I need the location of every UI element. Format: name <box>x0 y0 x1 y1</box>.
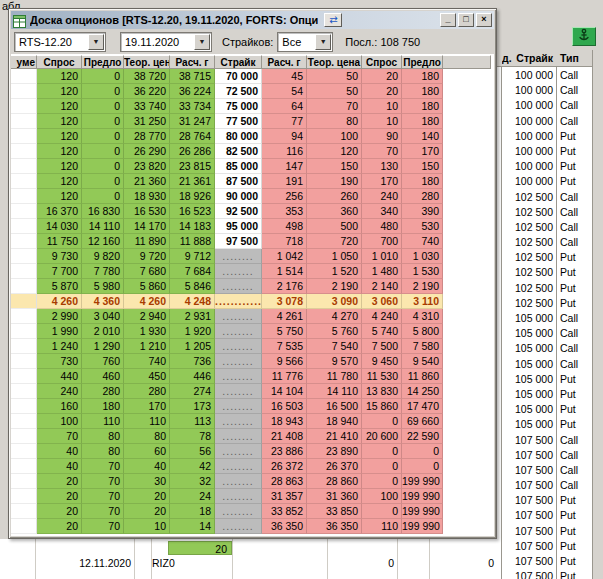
cell-ask[interactable]: 11 860 <box>402 369 443 384</box>
cell-ask[interactable]: 280 <box>82 384 124 399</box>
cell-theo-price[interactable]: 30 <box>124 474 170 489</box>
cell-bid[interactable]: 160 <box>37 399 82 414</box>
cell-calc-price[interactable]: 718 <box>262 234 307 249</box>
option-row[interactable]: 120031 25031 24777 500778010180 <box>11 114 491 129</box>
cell-strike[interactable]: 105 000 <box>497 402 553 417</box>
cell-calc-price[interactable]: 4 248 <box>170 294 215 309</box>
cell-ask[interactable]: 16 830 <box>82 204 124 219</box>
cell-strike[interactable]: 100 000 <box>497 83 553 98</box>
cell-strike[interactable]: ........ <box>215 489 262 504</box>
cell-name[interactable] <box>11 354 37 369</box>
strike-row[interactable]: 105 000Put <box>497 402 592 417</box>
strike-row[interactable]: 102 500Call <box>497 235 592 250</box>
cell-strike[interactable]: ........ <box>215 459 262 474</box>
cell-strike[interactable]: 102 500 <box>497 296 553 311</box>
cell-bid[interactable]: 15 860 <box>362 399 402 414</box>
option-row[interactable]: 120038 72038 71570 000455020180 <box>11 69 491 84</box>
cell-name[interactable] <box>11 339 37 354</box>
cell-theo-price[interactable]: 50 <box>307 84 362 99</box>
cell-bid[interactable]: 2 990 <box>37 309 82 324</box>
cell-bid[interactable]: 100 <box>362 489 402 504</box>
expiry-date-select[interactable]: 19.11.2020 ▼ <box>120 32 212 52</box>
cell-theo-price[interactable]: 2 940 <box>124 309 170 324</box>
strike-row[interactable]: 107 500Put <box>497 508 592 523</box>
cell-strike[interactable]: 77 500 <box>215 114 262 129</box>
cell-name[interactable] <box>11 309 37 324</box>
option-row[interactable]: 120018 93018 92690 000256260240280 <box>11 189 491 204</box>
cell-strike[interactable]: 100 000 <box>497 129 553 144</box>
cell-name[interactable] <box>11 369 37 384</box>
cell-strike[interactable]: 107 500 <box>497 478 553 493</box>
cell-theo-price[interactable]: 120 <box>307 144 362 159</box>
cell-calc-price[interactable]: 9 712 <box>170 249 215 264</box>
cell-ask[interactable]: 460 <box>82 369 124 384</box>
cell-ask[interactable]: 2 010 <box>82 324 124 339</box>
cell-option-type[interactable]: Put <box>560 554 576 569</box>
strike-row[interactable]: 105 000Call <box>497 357 592 372</box>
cell-bid[interactable]: 11 750 <box>37 234 82 249</box>
cell-strike[interactable]: 90 000 <box>215 189 262 204</box>
cell-calc-price[interactable]: 256 <box>262 189 307 204</box>
cell-theo-price[interactable]: 36 350 <box>307 519 362 534</box>
cell-theo-price[interactable]: 1 930 <box>124 324 170 339</box>
cell-ask[interactable]: 0 <box>82 114 124 129</box>
cell-calc-price[interactable]: 31 247 <box>170 114 215 129</box>
cell-bid[interactable]: 40 <box>37 459 82 474</box>
cell-calc-price[interactable]: 42 <box>170 459 215 474</box>
cell-calc-price[interactable]: 36 224 <box>170 84 215 99</box>
cell-bid[interactable]: 1 010 <box>362 249 402 264</box>
strike-row[interactable]: 107 500Call <box>497 448 592 463</box>
cell-name[interactable] <box>11 189 37 204</box>
cell-name[interactable] <box>11 69 37 84</box>
cell-bid[interactable]: 170 <box>362 174 402 189</box>
cell-strike[interactable]: 100 000 <box>497 68 553 83</box>
cell-ask[interactable]: 0 <box>82 84 124 99</box>
cell-calc-price[interactable]: 54 <box>262 84 307 99</box>
cell-theo-price[interactable]: 360 <box>307 204 362 219</box>
option-row[interactable]: 730760740736........9 5669 5709 4509 540 <box>11 354 491 369</box>
cell-calc-price[interactable]: 24 <box>170 489 215 504</box>
cell-bid[interactable]: 240 <box>362 189 402 204</box>
cell-theo-price[interactable]: 38 720 <box>124 69 170 84</box>
cell-theo-price[interactable]: 7 680 <box>124 264 170 279</box>
cell-theo-price[interactable]: 40 <box>124 459 170 474</box>
cell-name[interactable] <box>11 444 37 459</box>
cell-strike[interactable]: 105 000 <box>497 326 553 341</box>
cell-calc-price[interactable]: 2 176 <box>262 279 307 294</box>
option-row[interactable]: 16 37016 83016 53016 52392 5003533603403… <box>11 204 491 219</box>
cell-theo-price[interactable]: 18 930 <box>124 189 170 204</box>
cell-ask[interactable]: 17 470 <box>402 399 443 414</box>
cell-calc-price[interactable]: 18 926 <box>170 189 215 204</box>
cell-calc-price[interactable]: 2 931 <box>170 309 215 324</box>
cell-strike[interactable]: 85 000 <box>215 159 262 174</box>
cell-theo-price[interactable]: 36 220 <box>124 84 170 99</box>
cell-name[interactable] <box>11 99 37 114</box>
cell-strike[interactable]: ........ <box>215 354 262 369</box>
strike-row[interactable]: 100 000Put <box>497 159 592 174</box>
cell-calc-price[interactable]: 3 078 <box>262 294 307 309</box>
cell-name[interactable] <box>11 474 37 489</box>
option-row[interactable]: 160180170173........16 50316 50015 86017… <box>11 399 491 414</box>
cell-strike[interactable]: ........ <box>215 429 262 444</box>
cell-ask[interactable]: 740 <box>402 234 443 249</box>
cell-ask[interactable]: 7 580 <box>402 339 443 354</box>
cell-calc-price[interactable]: 11 776 <box>262 369 307 384</box>
title-bar[interactable]: Доска опционов [RTS-12.20, 19.11.2020, F… <box>11 11 494 29</box>
cell-theo-price[interactable]: 18 940 <box>307 414 362 429</box>
cell-calc-price[interactable]: 45 <box>262 69 307 84</box>
option-row[interactable]: 120033 74033 73475 000647010180 <box>11 99 491 114</box>
option-row[interactable]: 5 8705 9805 8605 846........2 1762 1902 … <box>11 279 491 294</box>
cell-name[interactable] <box>11 159 37 174</box>
minimize-button[interactable]: _ <box>440 13 456 27</box>
option-row[interactable]: 70808078........21 40821 41020 60022 590 <box>11 429 491 444</box>
cell-strike[interactable]: 100 000 <box>497 114 553 129</box>
cell-calc-price[interactable]: 1 205 <box>170 339 215 354</box>
option-row[interactable]: 120023 82023 81585 000147150130150 <box>11 159 491 174</box>
strike-row[interactable]: 102 500Call <box>497 220 592 235</box>
cell-ask[interactable]: 4 360 <box>82 294 124 309</box>
cell-option-type[interactable]: Put <box>560 493 576 508</box>
cell-theo-price[interactable]: 50 <box>307 69 362 84</box>
cell-strike[interactable]: 105 000 <box>497 372 553 387</box>
cell-bid[interactable]: 9 730 <box>37 249 82 264</box>
cell-bid[interactable]: 20 <box>362 69 402 84</box>
